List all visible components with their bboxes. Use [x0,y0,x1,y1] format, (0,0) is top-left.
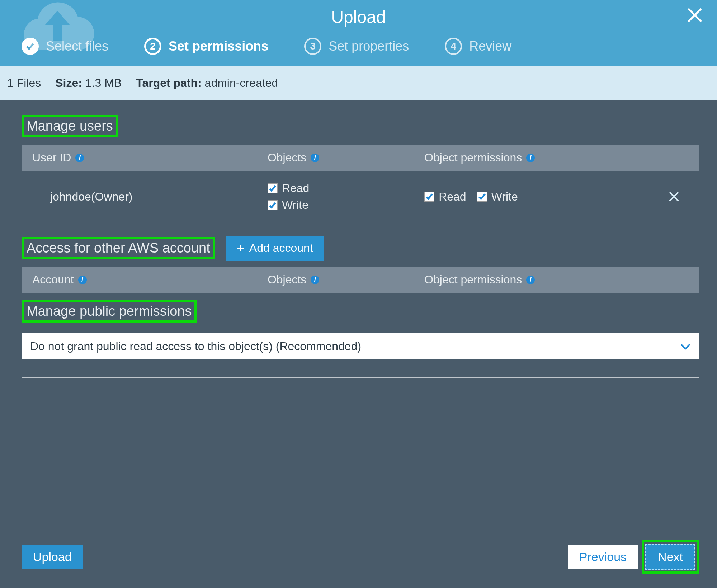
modal-header: Upload Select files 2 Set permissions 3 … [0,0,717,66]
main-content: Manage users User ID i Objects i Object … [0,100,717,540]
table-row: johndoe(Owner) Read Write Read W [22,171,699,222]
check-icon [22,38,39,55]
step-label: Set properties [329,39,409,54]
step-select-files[interactable]: Select files [22,38,108,55]
size-info: Size: 1.3 MB [55,76,122,90]
objects-write-check[interactable]: Write [268,198,424,212]
size-label: Size: [55,76,82,89]
objects-cell: Read Write [268,182,424,212]
remove-row-button[interactable] [660,191,688,202]
checkbox-icon [268,200,278,210]
info-icon[interactable]: i [311,154,319,162]
next-button[interactable]: Next [645,544,695,570]
objects-read-check[interactable]: Read [268,182,424,195]
col-objects: Objects i [268,273,424,286]
close-icon [668,191,680,202]
public-perms-heading: Manage public permissions [22,300,197,323]
step-number: 4 [445,38,462,55]
target-info: Target path: admin-created [136,76,278,90]
step-label: Review [469,39,511,54]
info-icon[interactable]: i [526,154,535,162]
public-perms-dropdown[interactable]: Do not grant public read access to this … [22,333,699,359]
wizard-steps: Select files 2 Set permissions 3 Set pro… [14,38,703,55]
modal-footer: Upload Previous Next [0,540,717,588]
checkbox-icon [268,183,278,193]
info-icon[interactable]: i [311,276,319,284]
step-set-permissions[interactable]: 2 Set permissions [144,38,268,55]
col-account: Account i [32,273,268,286]
info-bar: 1 Files Size: 1.3 MB Target path: admin-… [0,66,717,100]
checkbox-icon [424,192,434,202]
aws-accounts-header-row: Access for other AWS account + Add accou… [22,230,699,267]
chevron-down-icon [680,340,690,353]
plus-icon: + [237,241,244,256]
step-number: 3 [304,38,321,55]
size-value: 1.3 MB [85,76,122,89]
info-icon[interactable]: i [75,154,84,162]
next-button-highlight: Next [642,540,699,574]
aws-accounts-heading: Access for other AWS account [22,237,215,259]
col-object-permissions: Object permissions i [424,273,660,286]
step-label: Select files [46,39,108,54]
manage-users-heading: Manage users [22,115,118,137]
step-label: Set permissions [169,39,268,54]
file-count: 1 Files [7,76,41,90]
info-icon[interactable]: i [78,276,87,284]
target-label: Target path: [136,76,202,89]
step-set-properties[interactable]: 3 Set properties [304,38,409,55]
step-number: 2 [144,38,161,55]
col-objects: Objects i [268,151,424,164]
info-icon[interactable]: i [526,276,535,284]
modal-title: Upload [14,7,703,27]
separator [22,377,699,378]
perms-cell: Read Write [424,190,660,203]
accounts-table-header: Account i Objects i Object permissions i [22,267,699,293]
close-button[interactable] [687,7,703,24]
close-icon [687,7,703,23]
previous-button[interactable]: Previous [568,545,638,569]
footer-right-buttons: Previous Next [568,540,699,574]
upload-modal: Upload Select files 2 Set permissions 3 … [0,0,717,588]
upload-button[interactable]: Upload [22,545,83,569]
dropdown-selected: Do not grant public read access to this … [30,340,361,353]
add-account-button[interactable]: + Add account [226,236,324,261]
users-table-header: User ID i Objects i Object permissions i [22,145,699,171]
col-user-id: User ID i [32,151,268,164]
checkbox-icon [477,192,487,202]
col-object-permissions: Object permissions i [424,151,660,164]
step-review[interactable]: 4 Review [445,38,511,55]
perms-write-check[interactable]: Write [477,190,518,203]
target-value: admin-created [205,76,278,89]
user-cell: johndoe(Owner) [32,190,268,203]
perms-read-check[interactable]: Read [424,190,466,203]
